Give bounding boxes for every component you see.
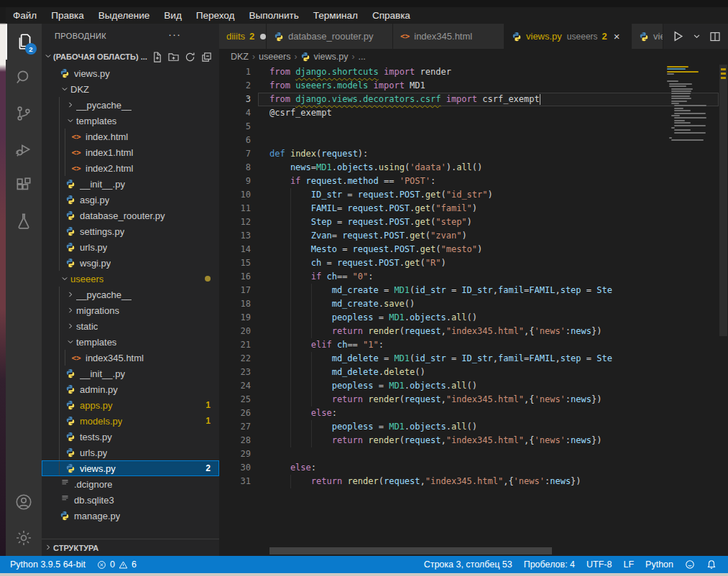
run-dropdown-icon[interactable]	[693, 32, 701, 40]
tree-item--pycache-[interactable]: __pycache__	[42, 287, 219, 302]
tab-views-py[interactable]: views.pyuseeers2×	[504, 24, 632, 49]
line-number[interactable]: 12	[219, 215, 258, 229]
breadcrumb-item-useeers[interactable]: useeers	[259, 52, 290, 62]
code-line-10[interactable]: ID_str = request.POST.get("id_str")	[269, 188, 719, 202]
line-number[interactable]: 17	[219, 284, 258, 297]
menu-item-вид[interactable]: Вид	[157, 7, 188, 24]
extensions-icon[interactable]	[6, 167, 42, 203]
tab-vie[interactable]: vie	[632, 24, 663, 49]
code-line-26[interactable]: else:	[269, 407, 719, 420]
code-line-9[interactable]: if request.method == 'POST':	[269, 175, 719, 188]
line-number[interactable]: 30	[219, 461, 258, 475]
code-line-6[interactable]	[269, 134, 719, 147]
line-number[interactable]: 15	[219, 256, 258, 270]
line-number[interactable]: 6	[219, 134, 258, 147]
tree-item-manage-py[interactable]: manage.py	[42, 508, 219, 524]
tree-item-settings-py[interactable]: settings.py	[42, 223, 219, 239]
line-number[interactable]: 9	[219, 175, 258, 188]
line-number[interactable]: 10	[219, 188, 258, 202]
line-number[interactable]: 27	[219, 420, 258, 434]
code-line-11[interactable]: FAMIL= request.POST.get("famil")	[269, 202, 719, 215]
tree-item-static[interactable]: static	[42, 318, 219, 334]
collapse-all-icon[interactable]	[201, 52, 212, 62]
new-file-icon[interactable]	[152, 52, 162, 62]
explorer-more-actions[interactable]: ···	[168, 28, 181, 40]
code-line-21[interactable]: elif ch== "1":	[269, 338, 719, 352]
testing-icon[interactable]	[6, 203, 42, 239]
tree-item-views-py[interactable]: views.py2	[42, 460, 219, 476]
menu-item-терминал[interactable]: Терминал	[306, 7, 365, 24]
tab-database-roouter-py[interactable]: database_roouter.py	[267, 24, 393, 49]
code-line-7[interactable]: def index(request):	[269, 147, 719, 161]
line-number[interactable]: 5	[219, 120, 258, 134]
code-line-30[interactable]: else:	[269, 461, 719, 475]
menu-item-правка[interactable]: Правка	[44, 7, 91, 24]
code-line-18[interactable]: md_create.save()	[269, 297, 719, 311]
code-line-5[interactable]	[269, 120, 719, 134]
code-line-1[interactable]: from django.shortcuts import render	[269, 65, 719, 79]
tree-item-admin-py[interactable]: admin.py	[42, 381, 219, 397]
horizontal-scrollbar-thumb[interactable]	[269, 547, 552, 554]
line-number[interactable]: 20	[219, 325, 258, 338]
run-debug-icon[interactable]	[6, 131, 42, 167]
problems-status[interactable]: 0 6	[91, 556, 142, 573]
workspace-section-header[interactable]: (РАБОЧАЯ ОБЛАСТЬ) ...	[42, 48, 219, 65]
tree-item-asgi-py[interactable]: asgi.py	[42, 192, 219, 208]
line-number[interactable]: 7	[219, 147, 258, 161]
line-number[interactable]: 4	[219, 106, 258, 120]
breadcrumb-item--[interactable]: ...	[358, 52, 365, 62]
line-number[interactable]: 28	[219, 434, 258, 447]
line-number[interactable]: 31	[219, 475, 258, 488]
feedback-icon[interactable]	[679, 559, 701, 570]
menu-item-выделение[interactable]: Выделение	[91, 7, 157, 24]
tree-item-dkz[interactable]: DKZ	[42, 81, 219, 97]
split-editor-icon[interactable]	[709, 31, 721, 42]
account-icon[interactable]	[6, 484, 42, 520]
line-number[interactable]: 25	[219, 393, 258, 407]
code-line-17[interactable]: md_create = MD1(id_str = ID_str,famil=FA…	[269, 284, 719, 297]
code-line-16[interactable]: if ch== "0":	[269, 270, 719, 284]
line-number[interactable]: 26	[219, 407, 258, 420]
tab-index345-html[interactable]: <>index345.html	[393, 24, 504, 49]
tree-item--dcignore[interactable]: .dcignore	[42, 476, 219, 492]
tree-item-index2-html[interactable]: <>index2.html	[42, 160, 219, 176]
line-number[interactable]: 3	[219, 93, 258, 106]
line-number[interactable]: 14	[219, 243, 258, 256]
line-number[interactable]: 8	[219, 161, 258, 175]
minimap[interactable]	[667, 66, 719, 159]
tree-item-urls-py[interactable]: urls.py	[42, 445, 219, 460]
menu-item-файл[interactable]: Файл	[6, 7, 44, 24]
line-number[interactable]: 24	[219, 379, 258, 393]
eol-status[interactable]: LF	[617, 559, 640, 570]
notifications-bell-icon[interactable]	[701, 559, 722, 570]
code-line-29[interactable]	[269, 447, 719, 461]
line-number[interactable]: 2	[219, 79, 258, 93]
tree-item-wsgi-py[interactable]: wsgi.py	[42, 255, 219, 271]
line-number[interactable]: 18	[219, 297, 258, 311]
code-line-22[interactable]: md_delete = MD1(id_str = ID_str,famil=FA…	[269, 352, 719, 366]
new-folder-icon[interactable]	[168, 52, 179, 62]
line-number[interactable]: 19	[219, 311, 258, 325]
code-line-4[interactable]: @csrf_exempt	[269, 106, 719, 120]
menu-item-переход[interactable]: Переход	[189, 7, 242, 24]
encoding-status[interactable]: UTF-8	[581, 559, 617, 570]
tree-item--init-py[interactable]: __init__.py	[42, 366, 219, 381]
python-interpreter-status[interactable]: Python 3.9.5 64-bit	[4, 556, 91, 573]
search-icon[interactable]	[6, 60, 42, 96]
tree-item-templates[interactable]: templates	[42, 334, 219, 350]
tree-item-useeers[interactable]: useeers	[42, 271, 219, 287]
code-editor[interactable]: 1234567891011121314151617181920212223242…	[219, 65, 728, 556]
code-line-27[interactable]: peopless = MD1.objects.all()	[269, 420, 719, 434]
code-line-15[interactable]: ch = request.POST.get("R")	[269, 256, 719, 270]
tree-item-index1-html[interactable]: <>index1.html	[42, 144, 219, 160]
tree-item-models-py[interactable]: models.py1	[42, 413, 219, 429]
code-line-31[interactable]: return render(request,"index345.html",{'…	[269, 475, 719, 488]
code-line-8[interactable]: news=MD1.objects.using('daata').all()	[269, 161, 719, 175]
tree-item-templates[interactable]: templates	[42, 113, 219, 129]
line-number[interactable]: 29	[219, 447, 258, 461]
language-mode-status[interactable]: Python	[640, 559, 679, 570]
tree-item-tests-py[interactable]: tests.py	[42, 429, 219, 445]
breadcrumb-item-views-py[interactable]: views.py	[300, 52, 348, 62]
vertical-scrollbar-thumb[interactable]	[719, 65, 727, 336]
code-line-20[interactable]: return render(request,"index345.html",{'…	[269, 325, 719, 338]
